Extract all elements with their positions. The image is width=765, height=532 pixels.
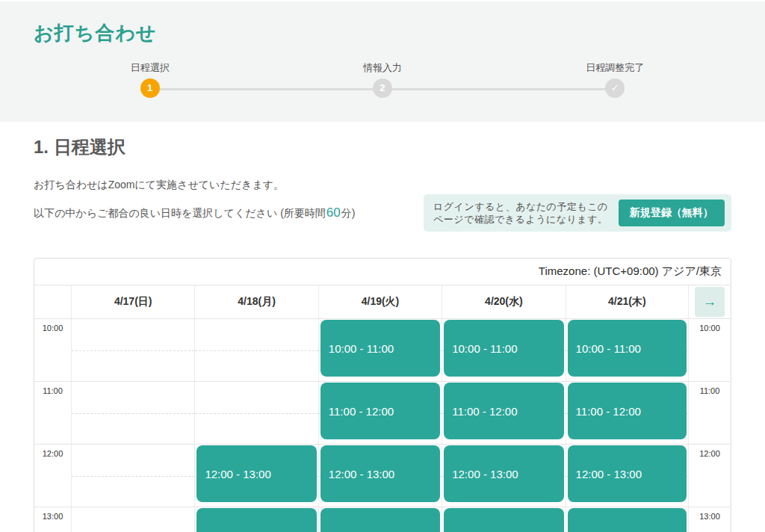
login-callout-line1: ログインすると、あなたの予定もこの: [433, 201, 608, 212]
cell-0418-1300: 13:00 - 14:00: [194, 507, 318, 532]
arrow-cell: →: [689, 285, 731, 318]
time-slot-button-0420-1300[interactable]: 13:00 - 14:00: [444, 508, 563, 532]
step-label: 日程調整完了: [499, 61, 731, 75]
step-complete: 日程調整完了 ✓: [499, 61, 731, 98]
time-slot-button-0418-1200[interactable]: 12:00 - 13:00: [196, 445, 316, 502]
time-label-right: 12:00: [689, 445, 731, 507]
time-slot-button-0419-1100[interactable]: 11:00 - 12:00: [320, 383, 440, 439]
cell-0418-1000: [194, 319, 318, 381]
login-callout-text: ログインすると、あなたの予定もこの ページで確認できるようになります。: [433, 200, 608, 226]
cell-0419-1000: 10:00 - 11:00: [318, 319, 442, 381]
page-title: お打ち合わせ: [34, 21, 731, 45]
day-header-wed: 4/20(水): [442, 285, 565, 318]
time-slot-button-0421-1300[interactable]: 13:00 - 14:00: [568, 508, 687, 532]
cell-0420-1200: 12:00 - 13:00: [442, 445, 565, 507]
time-label-left: 13:00: [34, 507, 71, 532]
cell-0417-1000: [71, 319, 194, 381]
hour-row-1100: 11:00 11:00 - 12:00 11:00 - 12:00 11:00 …: [34, 381, 731, 444]
arrow-right-icon: →: [702, 294, 716, 309]
time-label-left: 12:00: [34, 445, 71, 507]
hour-row-1200: 12:00 12:00 - 13:00 12:00 - 13:00 12:00 …: [34, 444, 731, 507]
time-label-right: 13:00: [689, 507, 731, 532]
time-slot-button-0420-1000[interactable]: 10:00 - 11:00: [444, 320, 563, 377]
step-1-badge: 1: [140, 78, 160, 98]
login-callout: ログインすると、あなたの予定もこの ページで確認できるようになります。 新規登録…: [424, 194, 731, 232]
time-label-left: 10:00: [34, 319, 71, 381]
time-slot-button-0421-1000[interactable]: 10:00 - 11:00: [568, 320, 687, 377]
cell-0421-1200: 12:00 - 13:00: [566, 445, 689, 507]
cell-0420-1300: 13:00 - 14:00: [442, 507, 565, 532]
instruction-suffix: 分): [341, 207, 356, 219]
cell-0418-1100: [194, 382, 318, 444]
duration-value: 60: [326, 205, 341, 220]
cell-0421-1100: 11:00 - 12:00: [566, 382, 689, 444]
step-2-badge: 2: [373, 78, 392, 98]
cell-0419-1300: 13:00 - 14:00: [318, 507, 442, 532]
time-label-right: 10:00: [689, 319, 731, 381]
day-header-sun: 4/17(日): [71, 285, 194, 318]
calendar-header-row: 4/17(日) 4/18(月) 4/19(火) 4/20(水) 4/21(木) …: [34, 285, 731, 318]
hour-row-1300: 13:00 13:00 - 14:00 13:00 - 14:00 13:00 …: [34, 507, 731, 532]
section-heading: 1. 日程選択: [34, 137, 731, 158]
step-3-check-icon: ✓: [605, 78, 625, 98]
time-label-left: 11:00: [34, 382, 71, 444]
day-header-thu: 4/21(木): [566, 285, 689, 318]
gutter-spacer: [34, 285, 71, 318]
cell-0420-1000: 10:00 - 11:00: [442, 319, 565, 381]
step-date-selection: 日程選択 1: [34, 61, 266, 98]
cell-0421-1300: 13:00 - 14:00: [566, 507, 689, 532]
cell-0421-1000: 10:00 - 11:00: [566, 319, 689, 381]
time-slot-button-0419-1000[interactable]: 10:00 - 11:00: [320, 320, 440, 377]
time-slot-button-0421-1100[interactable]: 11:00 - 12:00: [568, 383, 687, 439]
login-callout-line2: ページで確認できるようになります。: [433, 214, 607, 225]
day-header-mon: 4/18(月): [194, 285, 318, 318]
step-label: 情報入力: [266, 61, 498, 75]
instruction-row: 以下の中からご都合の良い日時を選択してください (所要時間60分) ログインする…: [34, 194, 731, 232]
step-info-input: 情報入力 2: [266, 61, 498, 98]
time-slot-button-0421-1200[interactable]: 12:00 - 13:00: [568, 445, 687, 502]
cell-0418-1200: 12:00 - 13:00: [194, 445, 318, 507]
main-content: 1. 日程選択 お打ち合わせはZoomにて実施させていただきます。 以下の中から…: [0, 137, 765, 532]
day-header-tue: 4/19(火): [318, 285, 442, 318]
hour-row-1000: 10:00 10:00 - 11:00 10:00 - 11:00 10:00 …: [34, 318, 731, 381]
cell-0417-1100: [71, 382, 194, 444]
instruction-prefix: 以下の中からご都合の良い日時を選択してください (所要時間: [34, 207, 326, 219]
time-label-right: 11:00: [689, 382, 731, 444]
timezone-bar: Timezone: (UTC+09:00) アジア/東京: [34, 259, 731, 285]
next-week-button[interactable]: →: [695, 287, 725, 317]
meeting-description: お打ち合わせはZoomにて実施させていただきます。: [34, 177, 731, 192]
time-slot-button-0420-1100[interactable]: 11:00 - 12:00: [444, 383, 563, 439]
cell-0417-1300: [71, 507, 194, 532]
time-slot-button-0419-1200[interactable]: 12:00 - 13:00: [320, 445, 440, 502]
cell-0417-1200: [71, 445, 194, 507]
cell-0420-1100: 11:00 - 12:00: [442, 382, 565, 444]
timezone-label: Timezone: (UTC+09:00) アジア/東京: [539, 265, 722, 279]
scheduling-page: お打ち合わせ 日程選択 1 情報入力 2 日程調整完了 ✓ 1. 日程選択 お打…: [0, 0, 765, 532]
cell-0419-1100: 11:00 - 12:00: [318, 382, 442, 444]
signup-button[interactable]: 新規登録（無料）: [619, 200, 725, 226]
time-slot-button-0420-1200[interactable]: 12:00 - 13:00: [444, 445, 563, 502]
progress-steps: 日程選択 1 情報入力 2 日程調整完了 ✓: [34, 61, 731, 98]
page-header: お打ち合わせ 日程選択 1 情報入力 2 日程調整完了 ✓: [0, 0, 765, 122]
instruction-text: 以下の中からご都合の良い日時を選択してください (所要時間60分): [34, 205, 355, 220]
time-slot-button-0419-1300[interactable]: 13:00 - 14:00: [320, 508, 440, 532]
calendar-card: Timezone: (UTC+09:00) アジア/東京 4/17(日) 4/1…: [34, 258, 731, 532]
time-slot-button-0418-1300[interactable]: 13:00 - 14:00: [196, 508, 316, 532]
step-label: 日程選択: [34, 61, 266, 75]
cell-0419-1200: 12:00 - 13:00: [318, 445, 442, 507]
